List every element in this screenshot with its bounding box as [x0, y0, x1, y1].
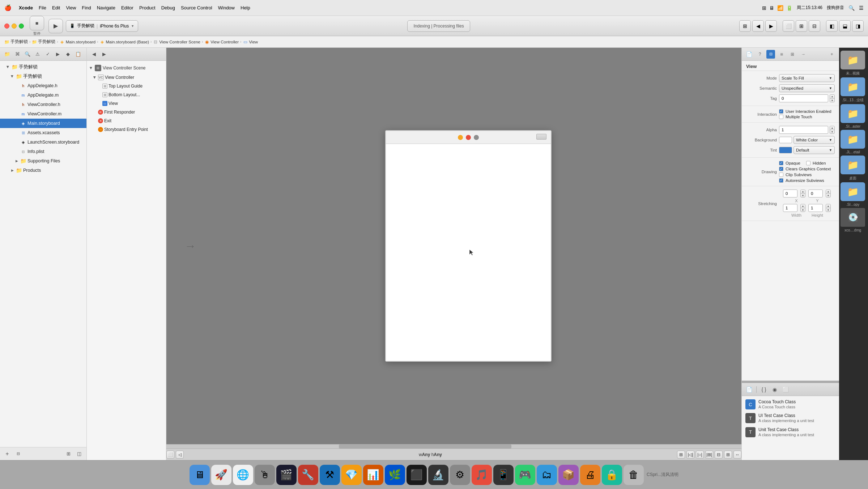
- issue-nav-btn[interactable]: ⚠: [33, 50, 42, 59]
- breadcrumb-storyboard[interactable]: ◈ Main.storyboard: [60, 39, 95, 44]
- zoom-button[interactable]: [19, 24, 24, 29]
- breadcrumb-project[interactable]: 📁 手势解锁: [32, 39, 55, 44]
- tree-item-vc-m[interactable]: ▶ m ViewController.m: [0, 109, 86, 119]
- breadcrumb-scene[interactable]: ⊟ View Controller Scene: [153, 39, 200, 44]
- tint-swatch[interactable]: [779, 147, 792, 153]
- minimize-button[interactable]: [12, 24, 17, 29]
- assistant-editor-btn[interactable]: ⊞: [796, 20, 807, 32]
- tree-item-info-plist[interactable]: ▶ ⊟ Info.plist: [0, 147, 86, 156]
- menu-extra[interactable]: ☰: [859, 5, 864, 11]
- dock-app-6[interactable]: 🔒: [602, 465, 622, 485]
- tree-item-main-storyboard[interactable]: ▶ ◈ Main.storyboard: [0, 119, 86, 128]
- dock-prefs[interactable]: ⚙: [450, 465, 470, 485]
- stretch-y-stepper[interactable]: ▲ ▼: [826, 190, 831, 197]
- menu-window[interactable]: Window: [218, 5, 235, 10]
- tree-item-launch-storyboard[interactable]: ▶ ◈ LaunchScreen.storyboard: [0, 137, 86, 147]
- stepper-down[interactable]: ▼: [826, 208, 830, 212]
- debug-panel-btn[interactable]: ⬓: [839, 20, 851, 32]
- breadcrumb-storyboard-base[interactable]: ◈ Main.storyboard (Base): [100, 39, 149, 44]
- stepper-down[interactable]: ▼: [830, 99, 834, 102]
- menu-debug[interactable]: Debug: [161, 5, 175, 10]
- outline-view[interactable]: ▶ ▭ View: [87, 99, 166, 108]
- stepper-down[interactable]: ▼: [826, 194, 830, 197]
- stepper-down[interactable]: ▼: [830, 130, 834, 134]
- identity-inspector-tab[interactable]: ⊟: [766, 50, 775, 59]
- menu-file[interactable]: File: [39, 5, 46, 10]
- version-editor-btn[interactable]: ⊟: [809, 20, 820, 32]
- add-inspector-btn[interactable]: +: [827, 50, 836, 59]
- zoom-custom-btn[interactable]: ↔: [733, 451, 741, 459]
- semantic-dropdown[interactable]: Unspecified ▼: [779, 84, 835, 92]
- tree-item-assets[interactable]: ▶ ⊞ Assets.xcassets: [0, 128, 86, 137]
- dock-xcode[interactable]: ⚒: [320, 465, 340, 485]
- desktop-folder-6[interactable]: 📁: [841, 182, 865, 201]
- menu-edit[interactable]: Edit: [52, 5, 60, 10]
- desktop-folder-1[interactable]: 📁: [841, 51, 865, 69]
- dock-app-2[interactable]: 🎮: [515, 465, 535, 485]
- background-swatch[interactable]: [779, 137, 792, 143]
- lib-item-uitest[interactable]: T UI Test Case Class A class implementin…: [743, 411, 838, 425]
- menu-find[interactable]: Find: [82, 5, 91, 10]
- file-inspector-tab[interactable]: 📄: [745, 50, 753, 59]
- stretch-w-stepper[interactable]: ▲ ▼: [800, 204, 805, 212]
- stretch-h-input[interactable]: [808, 204, 823, 212]
- clip-subviews-cb[interactable]: [779, 173, 783, 177]
- stepper-up[interactable]: ▲: [801, 190, 805, 194]
- scrollbar-thumb[interactable]: [339, 445, 511, 448]
- lib-files-tab[interactable]: 📄: [745, 385, 753, 394]
- dock-trash[interactable]: 🗑: [624, 465, 644, 485]
- desktop-file-1[interactable]: 💽: [841, 208, 865, 227]
- desktop-folder-2[interactable]: 📁: [841, 77, 865, 96]
- dock-app-1[interactable]: 📱: [493, 465, 514, 485]
- input-method[interactable]: 搜狗拼音: [827, 5, 844, 11]
- outline-entry-point[interactable]: ▶ → Storyboard Entry Point: [87, 125, 166, 134]
- lib-item-cocoa[interactable]: C Cocoa Touch Class A Cocoa Touch class: [743, 397, 838, 411]
- log-nav-btn[interactable]: 📋: [74, 50, 82, 59]
- menu-xcode[interactable]: Xcode: [19, 5, 33, 10]
- stepper-up[interactable]: ▲: [826, 190, 830, 194]
- iphone-frame[interactable]: [385, 130, 552, 362]
- stretch-x-input[interactable]: [783, 190, 797, 197]
- nav-panel-btn[interactable]: ◧: [826, 20, 838, 32]
- dock-terminal[interactable]: ⬛: [407, 465, 427, 485]
- symbol-nav-btn[interactable]: ⌘: [13, 50, 22, 59]
- stepper-up[interactable]: ▲: [830, 95, 834, 99]
- stepper-up[interactable]: ▲: [830, 126, 834, 130]
- alpha-stepper[interactable]: ▲ ▼: [830, 126, 835, 134]
- dock-sketch[interactable]: 💎: [341, 465, 362, 485]
- stretch-x-stepper[interactable]: ▲ ▼: [800, 190, 805, 197]
- test-nav-btn[interactable]: ✓: [43, 50, 52, 59]
- outline-vc[interactable]: ▶ VC View Controller: [87, 73, 166, 82]
- stepper-up[interactable]: ▲: [801, 204, 805, 208]
- dock-launchpad[interactable]: 🚀: [211, 465, 231, 485]
- add-file-btn[interactable]: +: [3, 450, 12, 458]
- dock-app-3[interactable]: 🗂: [537, 465, 557, 485]
- lib-media-tab[interactable]: ◉: [770, 385, 779, 394]
- mode-dropdown[interactable]: Scale To Fill ▼: [779, 74, 835, 82]
- tree-root-group[interactable]: ▶ 📁 手势解锁: [0, 62, 86, 72]
- desktop-folder-5[interactable]: 📁: [841, 156, 865, 174]
- nav-btn-1[interactable]: ⊞: [739, 20, 751, 32]
- zoom-out-btn[interactable]: |◁|: [686, 451, 694, 459]
- add-object-btn[interactable]: ⬜: [166, 451, 174, 459]
- breakpoint-nav-btn[interactable]: ◆: [64, 50, 72, 59]
- outline-exit[interactable]: ▶ ✕ Exit: [87, 116, 166, 125]
- nav-next-btn[interactable]: ▶: [100, 50, 109, 59]
- vc-gray-btn[interactable]: [474, 135, 479, 140]
- quick-help-tab[interactable]: ?: [756, 50, 764, 59]
- breadcrumb-vc[interactable]: ◉ View Controller: [204, 39, 239, 44]
- vc-red-btn[interactable]: [466, 135, 471, 140]
- dock-sourcetree[interactable]: 🌿: [385, 465, 405, 485]
- nav-prev-btn[interactable]: ◀: [90, 50, 98, 59]
- tree-item-appdelegate-h[interactable]: ▶ h AppDelegate.h: [0, 81, 86, 90]
- outline-bottom-layout[interactable]: ▶ ⊟ Bottom Layout...: [87, 90, 166, 99]
- dock-safari[interactable]: 🌐: [233, 465, 253, 485]
- dock-app-4[interactable]: 📦: [558, 465, 579, 485]
- canvas-scrollbar[interactable]: [166, 444, 741, 448]
- nav-btn-forward[interactable]: ▶: [765, 20, 777, 32]
- fit-btn[interactable]: |⊞|: [705, 451, 713, 459]
- dock-powerpoint[interactable]: 📊: [363, 465, 383, 485]
- attributes-inspector-tab[interactable]: ≡: [777, 50, 786, 59]
- apple-menu[interactable]: 🍎: [4, 4, 12, 11]
- stepper-up[interactable]: ▲: [826, 204, 830, 208]
